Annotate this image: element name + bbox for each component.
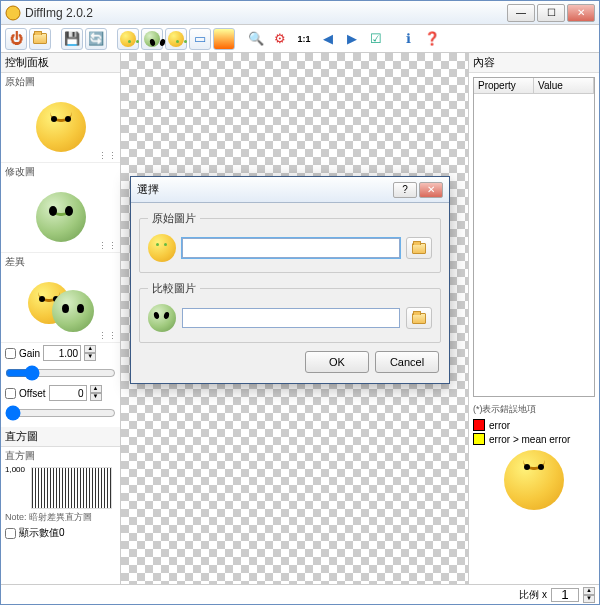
smiley-icon [36, 102, 86, 152]
open-button[interactable] [29, 28, 51, 50]
modified-thumbnail[interactable]: ⋮⋮ [1, 181, 120, 253]
gain-row: Gain ▲▼ [1, 343, 120, 363]
ratio-spinner[interactable]: ▲▼ [583, 587, 595, 603]
original-field-label: 原始圖片 [148, 211, 200, 226]
dialog-buttons: OK Cancel [131, 351, 449, 383]
combo-icon [28, 282, 94, 332]
quit-button[interactable]: ⏻ [5, 28, 27, 50]
app-icon [5, 5, 21, 21]
gain-input[interactable] [43, 345, 81, 361]
help-button[interactable]: ❓ [421, 28, 443, 50]
property-panel: 內容 Property Value (*)表示錯誤地項 error error … [469, 53, 599, 584]
offset-spinner[interactable]: ▲▼ [90, 385, 102, 401]
control-panel: 控制面板 原始圖 ⋮⋮ 修改圖 ⋮⋮ 差異 ⋮⋮ Gain [1, 53, 121, 584]
offset-checkbox[interactable] [5, 388, 16, 399]
modified-label: 修改圖 [1, 163, 120, 181]
window-title: DiffImg 2.0.2 [25, 6, 93, 20]
alien-icon [148, 304, 176, 332]
close-button[interactable]: ✕ [567, 4, 595, 22]
histogram-note: Note: 暗射差異直方圖 [1, 511, 120, 524]
dialog-close-button[interactable]: ✕ [419, 182, 443, 198]
alien-icon [36, 192, 86, 242]
histogram [31, 467, 112, 509]
histogram-max: 1,000 [5, 465, 25, 474]
statusbar: 比例 x ▲▼ [1, 584, 599, 604]
gain-slider[interactable] [5, 365, 116, 381]
dual-view-button[interactable]: ▭ [189, 28, 211, 50]
maximize-button[interactable]: ☐ [537, 4, 565, 22]
folder-icon [33, 33, 47, 44]
fit-button[interactable]: 1:1 [293, 28, 315, 50]
gain-spinner[interactable]: ▲▼ [84, 345, 96, 361]
col-property: Property [474, 78, 534, 93]
next-button[interactable]: ▶ [341, 28, 363, 50]
show-digits-checkbox[interactable] [5, 528, 16, 539]
dialog-help-button[interactable]: ? [393, 182, 417, 198]
window-controls: — ☐ ✕ [507, 4, 595, 22]
compare-path-input[interactable] [182, 308, 400, 328]
property-table: Property Value [473, 77, 595, 397]
histogram-label: 直方圖 [1, 447, 120, 465]
show-digits-label: 顯示數值0 [19, 526, 65, 540]
folder-icon [412, 313, 426, 324]
ok-button[interactable]: OK [305, 351, 369, 373]
smiley-icon [148, 234, 176, 262]
legend-mean: error > mean error [469, 432, 599, 446]
diff-thumbnail[interactable]: ⋮⋮ [1, 271, 120, 343]
smiley-icon [168, 31, 184, 47]
dialog-titlebar: 選擇 ? ✕ [131, 177, 449, 203]
gain-label: Gain [19, 348, 40, 359]
offset-slider[interactable] [5, 405, 116, 421]
property-table-header: Property Value [474, 78, 594, 94]
property-panel-header: 內容 [469, 53, 599, 73]
drag-handle-icon: ⋮⋮ [98, 151, 118, 161]
diff-label: 差異 [1, 253, 120, 271]
save-button[interactable]: 💾 [61, 28, 83, 50]
ratio-label: 比例 x [519, 588, 547, 602]
legend-mean-label: error > mean error [489, 434, 570, 445]
offset-row: Offset ▲▼ [1, 383, 120, 403]
cancel-button[interactable]: Cancel [375, 351, 439, 373]
gain-checkbox[interactable] [5, 348, 16, 359]
minimize-button[interactable]: — [507, 4, 535, 22]
zoom-button[interactable]: 🔍 [245, 28, 267, 50]
svg-point-0 [6, 6, 20, 20]
check-button[interactable]: ☑ [365, 28, 387, 50]
legend-error: error [469, 418, 599, 432]
folder-icon [412, 243, 426, 254]
offset-input[interactable] [49, 385, 87, 401]
prev-button[interactable]: ◀ [317, 28, 339, 50]
toolbar: ⏻ 💾 🔄 ▭ 🔍 ⚙ 1:1 ◀ ▶ ☑ ℹ ❓ [1, 25, 599, 53]
original-view-button[interactable] [117, 28, 139, 50]
error-swatch-icon [473, 419, 485, 431]
offset-label: Offset [19, 388, 46, 399]
settings-button[interactable]: ⚙ [269, 28, 291, 50]
compare-browse-button[interactable] [406, 307, 432, 329]
preview-icon [504, 450, 564, 510]
original-label: 原始圖 [1, 73, 120, 91]
original-thumbnail[interactable]: ⋮⋮ [1, 91, 120, 163]
smiley-icon [120, 31, 136, 47]
original-fieldset: 原始圖片 [139, 211, 441, 273]
diff-view-button[interactable] [165, 28, 187, 50]
original-path-input[interactable] [182, 238, 400, 258]
ratio-input[interactable] [551, 588, 579, 602]
original-browse-button[interactable] [406, 237, 432, 259]
legend-error-label: error [489, 420, 510, 431]
drag-handle-icon: ⋮⋮ [98, 331, 118, 341]
legend-note: (*)表示錯誤地項 [469, 401, 599, 418]
info-button[interactable]: ℹ [397, 28, 419, 50]
alien-icon [144, 31, 160, 47]
compare-fieldset: 比較圖片 [139, 281, 441, 343]
drag-handle-icon: ⋮⋮ [98, 241, 118, 251]
histogram-header: 直方圖 [1, 427, 120, 447]
dialog-title: 選擇 [137, 182, 159, 197]
titlebar: DiffImg 2.0.2 — ☐ ✕ [1, 1, 599, 25]
dialog-controls: ? ✕ [393, 182, 443, 198]
modified-view-button[interactable] [141, 28, 163, 50]
control-panel-header: 控制面板 [1, 53, 120, 73]
heatmap-button[interactable] [213, 28, 235, 50]
refresh-button[interactable]: 🔄 [85, 28, 107, 50]
mean-swatch-icon [473, 433, 485, 445]
col-value: Value [534, 78, 594, 93]
